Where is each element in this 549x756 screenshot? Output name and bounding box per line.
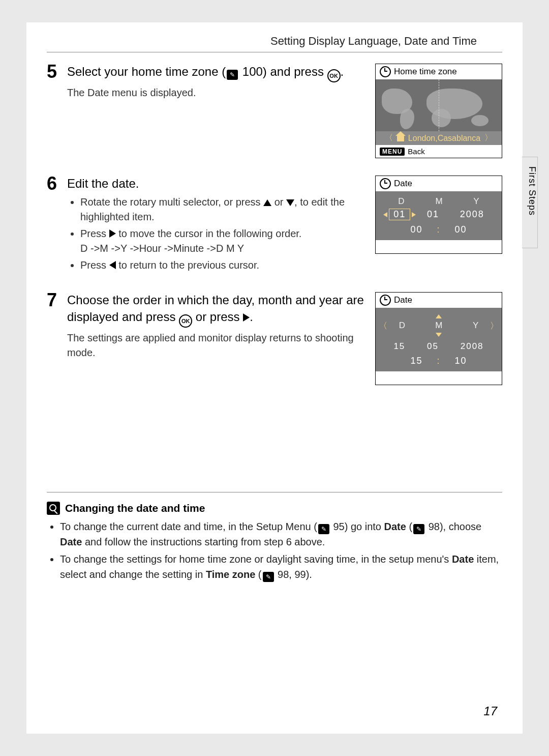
- clock-icon: [380, 295, 391, 306]
- value-day-cursor: 01: [389, 209, 410, 220]
- screen-date-edit: Date D M Y 01 01 2008 00 : 0: [375, 176, 502, 254]
- chevron-left-icon: 〈: [379, 320, 387, 332]
- book-icon: ✎: [263, 572, 274, 582]
- label-d: D: [398, 196, 404, 207]
- step-number: 7: [47, 291, 67, 309]
- note-bullet: To change the settings for home time zon…: [60, 551, 502, 582]
- page-ref: 100: [242, 65, 263, 78]
- value-minute: 10: [455, 356, 467, 366]
- chevron-right-icon: 〉: [484, 133, 493, 143]
- step-6: 6 Edit the date. Rotate the rotary multi…: [47, 176, 502, 275]
- bullet: Press to move the cursor in the followin…: [80, 226, 365, 256]
- ok-button-icon: OK: [179, 314, 192, 328]
- ok-button-icon: OK: [327, 69, 341, 82]
- page-number: 17: [483, 704, 497, 718]
- step-title: Choose the order in which the day, month…: [67, 292, 365, 328]
- bullet: Press to return to the previous cursor.: [80, 258, 365, 273]
- step-5: 5 Select your home time zone (✎ 100) and…: [47, 64, 502, 158]
- book-icon: ✎: [318, 524, 329, 534]
- value-hour: 00: [410, 224, 422, 235]
- meridian-line: [439, 79, 439, 131]
- home-icon: [397, 135, 404, 141]
- step-bullets: Rotate the rotary multi selector, or pre…: [67, 195, 365, 273]
- label-m: M: [435, 196, 442, 207]
- step-number: 6: [47, 175, 67, 193]
- value-month: 01: [427, 209, 439, 220]
- chevron-left-icon: 〈: [385, 133, 393, 143]
- screen-date-order: Date 〈 D M Y 〉 15 05 2008 15: [375, 292, 502, 385]
- note-bullet: To change the current date and time, in …: [60, 519, 502, 549]
- step-desc: The Date menu is displayed.: [67, 85, 365, 100]
- step-desc: The settings are applied and monitor dis…: [67, 331, 365, 360]
- text: ) and press: [263, 65, 327, 78]
- label-m-cursor: M: [435, 321, 442, 331]
- up-arrow-icon: [263, 199, 271, 206]
- chevron-right-icon: 〉: [490, 320, 499, 332]
- screen-title: Date: [394, 179, 412, 189]
- clock-icon: [380, 178, 391, 189]
- note-heading: Changing the date and time: [65, 502, 205, 514]
- value-year: 2008: [460, 209, 484, 220]
- note-section: Changing the date and time To change the…: [47, 492, 502, 582]
- value-hour: 15: [410, 356, 422, 366]
- screen-title: Home time zone: [394, 67, 457, 77]
- info-icon: [47, 502, 60, 515]
- text: Select your home time zone (: [67, 65, 226, 78]
- step-7: 7 Choose the order in which the day, mon…: [47, 292, 502, 385]
- book-icon: ✎: [227, 70, 238, 80]
- step-number: 5: [47, 63, 67, 81]
- page-header: Setting Display Language, Date and Time: [47, 22, 502, 52]
- screen-title: Date: [394, 295, 412, 305]
- back-label: Back: [408, 147, 424, 156]
- step-title: Edit the date.: [67, 176, 365, 192]
- value-day: 15: [393, 341, 405, 352]
- label-y: Y: [473, 321, 478, 331]
- label-d: D: [399, 321, 405, 331]
- manual-page: First Steps Setting Display Language, Da…: [26, 22, 523, 734]
- value-minute: 00: [455, 224, 467, 235]
- content: 5 Select your home time zone (✎ 100) and…: [47, 64, 502, 385]
- down-arrow-icon: [286, 199, 294, 206]
- step-title: Select your home time zone (✎ 100) and p…: [67, 64, 365, 82]
- world-map: [376, 79, 502, 131]
- right-arrow-icon: [109, 229, 116, 238]
- value-year: 2008: [461, 341, 484, 352]
- value-month: 05: [427, 341, 439, 352]
- book-icon: ✎: [413, 524, 424, 534]
- bullet: Rotate the rotary multi selector, or pre…: [80, 195, 365, 224]
- left-arrow-icon: [109, 261, 116, 269]
- right-arrow-icon: [243, 313, 250, 322]
- section-tab: First Steps: [522, 157, 538, 248]
- timezone-city: London,Casablanca: [408, 134, 480, 143]
- clock-icon: [380, 66, 391, 77]
- timezone-selector: 〈 London,Casablanca 〉: [376, 131, 502, 145]
- screen-home-time-zone: Home time zone 〈 London,Casablanca: [375, 64, 502, 158]
- label-y: Y: [473, 196, 479, 207]
- menu-chip: MENU: [380, 148, 405, 156]
